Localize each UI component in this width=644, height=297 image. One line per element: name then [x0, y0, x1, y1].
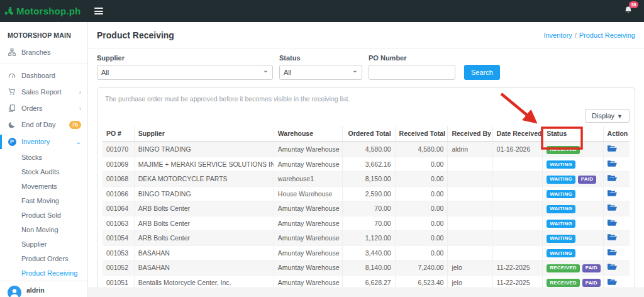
sidebar-item-label: Orders: [21, 104, 43, 112]
sidebar-item-inventory[interactable]: PInventory⌄: [0, 133, 87, 150]
folder-icon: [608, 174, 617, 184]
breadcrumb-separator: /: [572, 31, 579, 39]
warehouse-cell: Amuntay Warehouse: [274, 142, 342, 157]
sidebar-item-end-of-day[interactable]: End of Day75: [0, 116, 87, 133]
sidebar-item-product-orders[interactable]: Product Orders: [0, 252, 87, 266]
status-cell: RECEIVEDPAID: [543, 261, 603, 276]
open-folder-button[interactable]: [608, 189, 617, 197]
supplier-cell: MAJIME + MERAKI SERVICE SOLUTIONS INC,: [134, 157, 274, 172]
p-circle-icon: P: [8, 138, 16, 146]
open-folder-button[interactable]: [608, 263, 617, 271]
open-folder-button[interactable]: [608, 174, 617, 182]
status-filter-field: Status All: [279, 54, 362, 80]
column-header-ordered-total: Ordered Total: [342, 126, 395, 142]
open-folder-button[interactable]: [608, 278, 617, 286]
received-by-cell: [448, 201, 492, 216]
status-cell: WAITING: [543, 201, 603, 216]
warehouse-cell: House Warehouse: [274, 186, 342, 201]
sidebar-divider: [0, 64, 87, 64]
open-folder-button[interactable]: [608, 145, 617, 152]
sidebar-top-group: Branches: [0, 44, 87, 60]
ordered-total-cell: 1,120.00: [342, 231, 395, 246]
status-badge-waiting: WAITING: [547, 205, 575, 213]
po-number-input[interactable]: [369, 65, 455, 80]
status-cell: WAITING: [543, 216, 603, 231]
breadcrumb-current-link[interactable]: Product Receiving: [579, 31, 635, 39]
action-cell: [603, 245, 630, 261]
logo-text: Motorshop.ph: [16, 6, 80, 16]
status-badge-paid: PAID: [578, 176, 596, 184]
folder-icon: [608, 160, 617, 169]
sidebar-item-dashboard[interactable]: Dashboard: [0, 67, 87, 84]
received-by-cell: [448, 157, 492, 172]
open-folder-button[interactable]: [608, 249, 617, 256]
received-total-cell: 0.00: [395, 157, 448, 172]
table-row: 001068DEKA MOTORCYCLE PARTSwarehouse18,1…: [103, 172, 630, 187]
open-folder-button[interactable]: [608, 219, 617, 227]
breadcrumb-inventory-link[interactable]: Inventory: [543, 31, 572, 39]
status-badge-waiting: WAITING: [547, 160, 575, 169]
sidebar-item-movements[interactable]: Movements: [0, 179, 87, 194]
hamburger-menu-icon[interactable]: [94, 6, 103, 16]
sidebar-item-orders[interactable]: Orders›: [0, 100, 87, 116]
sidebar-item-label: Sales Report: [21, 88, 62, 96]
display-dropdown-button[interactable]: Display▼: [585, 109, 630, 123]
status-select[interactable]: All: [279, 65, 362, 80]
sidebar-user-panel[interactable]: aldrin Owner: [0, 281, 87, 297]
folder-icon: [608, 263, 617, 272]
po-cell: 001064: [103, 201, 134, 216]
column-header-po: PO #: [103, 126, 134, 142]
received-total-cell: 4,580.00: [395, 142, 448, 157]
user-name: aldrin: [26, 286, 45, 294]
sidebar: MOTORSHOP MAIN Branches DashboardSales R…: [0, 22, 88, 297]
sidebar-item-label: Branches: [21, 48, 50, 56]
sidebar-item-non-moving[interactable]: Non Moving: [0, 223, 87, 237]
status-badge-received: RECEIVED: [547, 146, 580, 154]
open-folder-button[interactable]: [608, 233, 617, 241]
ordered-total-cell: 2,590.00: [342, 186, 395, 201]
sidebar-item-branches[interactable]: Branches: [0, 44, 87, 60]
user-avatar: [8, 286, 21, 297]
received-by-cell: jelo: [448, 261, 492, 276]
column-header-received-total: Received Total: [395, 126, 448, 142]
sidebar-item-stocks[interactable]: Stocks: [0, 150, 87, 165]
action-cell: [603, 201, 630, 216]
receiving-table-card: The purchase order must be approved befo…: [97, 87, 635, 297]
sidebar-submenu: StocksStock AuditsMovementsFast MovingPr…: [0, 150, 87, 295]
sidebar-item-supplier[interactable]: Supplier: [0, 237, 87, 252]
po-cell: 001069: [103, 157, 134, 172]
notifications-button[interactable]: 38: [624, 6, 633, 16]
status-cell: WAITING: [543, 231, 603, 246]
action-cell: [603, 172, 630, 187]
gauge-icon: [8, 72, 16, 79]
sidebar-item-sales-report[interactable]: Sales Report›: [0, 84, 87, 100]
search-button[interactable]: Search: [464, 65, 500, 80]
supplier-filter-label: Supplier: [97, 54, 273, 62]
ordered-total-cell: 70.00: [342, 201, 395, 216]
sidebar-item-fast-moving[interactable]: Fast Moving: [0, 194, 87, 208]
page-title: Product Receiving: [97, 30, 174, 40]
received-total-cell: 0.00: [395, 201, 448, 216]
status-cell: RECEIVED: [543, 142, 603, 157]
po-cell: 001070: [103, 142, 134, 157]
app-logo[interactable]: Motorshop.ph: [0, 6, 88, 16]
sidebar-section-title: MOTORSHOP MAIN: [0, 22, 87, 44]
column-header-action: Action: [603, 126, 630, 142]
status-badge-received: RECEIVED: [547, 279, 580, 287]
table-row: 001054ARB Bolts CenterAmuntay Warehouse1…: [103, 231, 630, 246]
table-row: 001064ARB Bolts CenterAmuntay Warehouse7…: [103, 201, 630, 216]
supplier-select[interactable]: All: [97, 65, 273, 80]
date-received-cell: [492, 201, 543, 216]
open-folder-button[interactable]: [608, 204, 617, 211]
sidebar-item-stock-audits[interactable]: Stock Audits: [0, 165, 87, 179]
filter-bar: Supplier All Status All PO Number Search: [88, 48, 644, 87]
po-cell: 001052: [103, 261, 134, 276]
warehouse-cell: Amuntay Warehouse: [274, 261, 342, 276]
ordered-total-cell: 70.00: [342, 216, 395, 231]
sidebar-menu: DashboardSales Report›Orders›End of Day7…: [0, 67, 87, 150]
status-badge-paid: PAID: [582, 264, 601, 272]
sidebar-item-product-receiving[interactable]: Product Receiving: [0, 266, 87, 281]
open-folder-button[interactable]: [608, 160, 617, 167]
folder-icon: [608, 204, 617, 213]
sidebar-item-product-sold[interactable]: Product Sold: [0, 208, 87, 223]
